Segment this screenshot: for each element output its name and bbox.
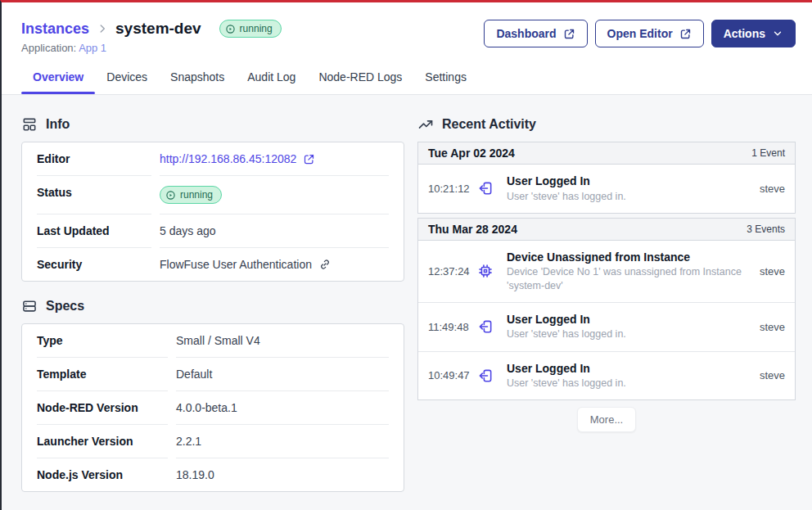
- trending-up-icon: [417, 116, 434, 133]
- event-time: 12:37:24: [428, 265, 476, 278]
- specs-row-label: Launcher Version: [37, 424, 168, 458]
- left-column: Info Editor http://192.168.86.45:12082 S…: [21, 116, 404, 510]
- activity-event-row: 10:49:47 User Logged In User 'steve' has…: [418, 351, 795, 400]
- more-button[interactable]: More...: [577, 407, 636, 432]
- event-text: Device Unassigned from Instance Device '…: [507, 250, 751, 292]
- event-title: User Logged In: [507, 362, 751, 377]
- status-badge-label: running: [180, 188, 213, 201]
- info-section-heading: Info: [21, 116, 404, 133]
- event-time: 11:49:48: [428, 321, 476, 333]
- dashboard-button-label: Dashboard: [496, 27, 556, 40]
- info-row-security: Security FlowFuse User Authentication: [37, 247, 389, 281]
- activity-event-row: 10:21:12 User Logged In User 'steve' has…: [418, 165, 795, 213]
- activity-group-header: Tue Apr 02 2024 1 Event: [418, 142, 795, 165]
- info-card: Editor http://192.168.86.45:12082 Status…: [21, 142, 404, 282]
- header-actions: Dashboard Open Editor Actions: [484, 20, 796, 47]
- external-link-icon: [303, 153, 315, 165]
- dashboard-button[interactable]: Dashboard: [484, 20, 587, 47]
- event-title: User Logged In: [507, 174, 751, 189]
- specs-row-launcher-version: Launcher Version 2.2.1: [37, 424, 389, 458]
- play-circle-icon: [225, 24, 236, 34]
- server-icon: [21, 298, 38, 314]
- play-circle-icon: [165, 190, 176, 201]
- tab-devices[interactable]: Devices: [95, 65, 159, 94]
- info-row-label: Editor: [37, 142, 151, 175]
- event-description: User 'steve' has logged in.: [507, 377, 751, 390]
- device-chip-icon: [477, 263, 494, 279]
- external-link-icon: [679, 28, 692, 40]
- template-icon: [21, 116, 38, 133]
- open-editor-button-label: Open Editor: [607, 27, 673, 40]
- user-login-icon: [477, 318, 494, 335]
- event-text: User Logged In User 'steve' has logged i…: [507, 362, 751, 390]
- editor-url-link[interactable]: http://192.168.86.45:12082: [160, 152, 315, 165]
- specs-row-value: 18.19.0: [176, 458, 389, 491]
- breadcrumb-block: Instances system-dev running Application…: [21, 20, 282, 54]
- specs-row-nodejs-version: Node.js Version 18.19.0: [37, 458, 389, 491]
- chevron-right-icon: [97, 23, 108, 34]
- right-column: Recent Activity Tue Apr 02 2024 1 Event …: [417, 116, 796, 510]
- actions-button[interactable]: Actions: [711, 20, 796, 47]
- activity-group-count: 3 Events: [747, 223, 785, 235]
- specs-row-value: 4.0.0-beta.1: [176, 390, 389, 424]
- page-header: Instances system-dev running Application…: [2, 2, 812, 95]
- specs-row-label: Node.js Version: [37, 458, 168, 491]
- event-time: 10:49:47: [428, 369, 476, 381]
- specs-section-title: Specs: [46, 299, 84, 314]
- activity-section-heading: Recent Activity: [417, 116, 796, 133]
- user-login-icon: [477, 180, 494, 196]
- external-link-icon: [563, 28, 575, 40]
- open-editor-button[interactable]: Open Editor: [595, 20, 704, 47]
- tab-audit-log[interactable]: Audit Log: [236, 65, 307, 94]
- event-user: steve: [760, 183, 785, 195]
- link-icon[interactable]: [318, 258, 332, 271]
- tab-settings[interactable]: Settings: [413, 65, 478, 94]
- info-row-label: Last Updated: [37, 214, 151, 247]
- specs-row-label: Type: [37, 324, 168, 357]
- tab-overview[interactable]: Overview: [21, 65, 95, 94]
- info-row-last-updated: Last Updated 5 days ago: [37, 214, 389, 247]
- info-row-label: Status: [37, 175, 151, 214]
- activity-group: Tue Apr 02 2024 1 Event 10:21:12 User Lo…: [417, 142, 796, 214]
- event-user: steve: [760, 321, 785, 333]
- info-section-title: Info: [46, 117, 70, 132]
- application-link[interactable]: App 1: [79, 42, 106, 54]
- specs-row-node-red-version: Node-RED Version 4.0.0-beta.1: [37, 390, 389, 424]
- info-row-editor: Editor http://192.168.86.45:12082: [37, 142, 389, 175]
- specs-row-template: Template Default: [37, 357, 389, 390]
- instance-overview-page: Instances system-dev running Application…: [0, 0, 812, 510]
- specs-card: Type Small / Small V4 Template Default N…: [21, 323, 404, 492]
- security-value: FlowFuse User Authentication: [160, 258, 312, 271]
- tab-bar: Overview Devices Snapshots Audit Log Nod…: [21, 65, 796, 94]
- status-badge: running: [160, 186, 222, 204]
- activity-group-date: Tue Apr 02 2024: [428, 147, 515, 160]
- event-text: User Logged In User 'steve' has logged i…: [507, 174, 751, 203]
- specs-row-value: 2.2.1: [176, 424, 389, 458]
- event-title: User Logged In: [507, 313, 751, 327]
- specs-row-value: Small / Small V4: [176, 324, 389, 357]
- event-description: Device 'Device No 1' was unassigned from…: [507, 265, 751, 292]
- editor-url-text: http://192.168.86.45:12082: [160, 152, 296, 165]
- event-user: steve: [760, 265, 785, 278]
- last-updated-value: 5 days ago: [160, 214, 389, 247]
- specs-section-heading: Specs: [21, 298, 404, 314]
- activity-group-count: 1 Event: [751, 147, 785, 159]
- breadcrumb: Instances system-dev running: [21, 20, 282, 38]
- event-text: User Logged In User 'steve' has logged i…: [507, 313, 751, 341]
- event-description: User 'steve' has logged in.: [507, 327, 751, 341]
- activity-group-header: Thu Mar 28 2024 3 Events: [418, 219, 795, 241]
- tab-node-red-logs[interactable]: Node-RED Logs: [307, 65, 413, 94]
- status-badge: running: [219, 20, 282, 38]
- event-description: User 'steve' has logged in.: [507, 190, 751, 203]
- breadcrumb-instances-link[interactable]: Instances: [21, 20, 89, 38]
- activity-group-date: Thu Mar 28 2024: [428, 223, 517, 236]
- application-label: Application:: [21, 42, 76, 54]
- activity-event-row: 11:49:48 User Logged In User 'steve' has…: [418, 302, 795, 351]
- specs-row-label: Template: [37, 357, 168, 390]
- info-row-label: Security: [37, 247, 151, 281]
- main-content: Info Editor http://192.168.86.45:12082 S…: [2, 95, 812, 510]
- activity-event-row: 12:37:24 Device Unassigned from Instance…: [418, 241, 795, 302]
- activity-group: Thu Mar 28 2024 3 Events 12:37:24 Device…: [417, 218, 796, 401]
- tab-snapshots[interactable]: Snapshots: [159, 65, 236, 94]
- specs-row-value: Default: [176, 357, 389, 390]
